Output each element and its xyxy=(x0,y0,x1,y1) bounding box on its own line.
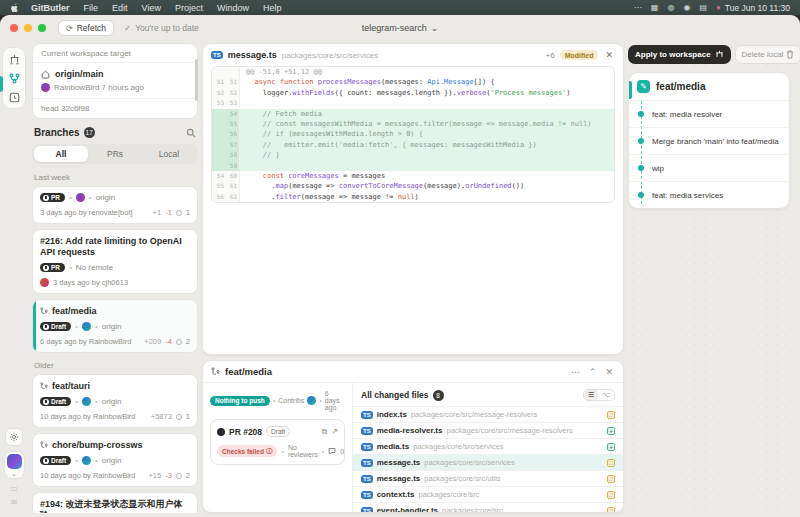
titlebar: ⟳ Refetch ✓ You're up to date telegram-s… xyxy=(0,15,800,41)
menu-help[interactable]: Help xyxy=(256,3,289,13)
collapse-icon[interactable]: ⌃ xyxy=(587,367,599,377)
branch-icon xyxy=(40,441,48,449)
apply-to-workspace-button[interactable]: Apply to workspace xyxy=(628,45,731,64)
commit-row[interactable]: feat: media resolver xyxy=(629,101,789,128)
workspace-rack-icon[interactable] xyxy=(5,50,23,68)
avatar xyxy=(82,456,91,465)
file-row[interactable]: TSmedia-resolver.tspackages/core/src/mes… xyxy=(353,422,623,438)
file-row[interactable]: TSmedia.tspackages/core/src/services+ xyxy=(353,438,623,454)
menu-window[interactable]: Window xyxy=(210,3,256,13)
menubar-clock[interactable]: Tue Jun 10 11:30 xyxy=(725,3,790,13)
menu-view[interactable]: View xyxy=(135,3,168,13)
code-diff[interactable]: @@ -51,6 +51,12 @@5151 async function pr… xyxy=(211,66,615,203)
copy-icon[interactable]: ⧉ xyxy=(322,427,328,437)
typescript-file-icon: TS xyxy=(361,443,373,451)
close-diff-icon[interactable]: ✕ xyxy=(603,50,615,60)
remote-label: origin xyxy=(102,397,122,406)
diff-code-row: 59 xyxy=(212,161,614,171)
menu-file[interactable]: File xyxy=(77,3,106,13)
project-selector[interactable]: telegram-search ⌄ xyxy=(362,23,439,33)
avatar-expand-icon[interactable]: ⌄ xyxy=(11,471,17,476)
file-row[interactable]: TSmessage.tspackages/core/src/services□ xyxy=(353,454,623,470)
branch-list-item[interactable]: feat/mediaDraft••origin6 days ago by Rai… xyxy=(32,299,198,353)
menu-project[interactable]: Project xyxy=(168,3,210,13)
file-row[interactable]: TSindex.tspackages/core/src/message-reso… xyxy=(353,406,623,422)
branch-list-item[interactable]: #216: Add rate limiting to OpenAI API re… xyxy=(32,229,198,294)
avatar xyxy=(82,322,91,331)
target-branch[interactable]: origin/main xyxy=(41,69,189,79)
commit-dot-icon xyxy=(638,138,644,144)
more-options-icon[interactable]: ⋯ xyxy=(569,367,582,377)
branch-meta-row: 6 days ago by RainbowBird+209-42 xyxy=(40,337,190,346)
branch-list-item[interactable]: chore/bump-crosswsDraft••origin10 days a… xyxy=(32,433,198,487)
stack-header[interactable]: ✎ feat/media xyxy=(629,73,789,101)
keyboard-shortcuts-icon[interactable]: ▭ xyxy=(10,484,18,493)
branch-list-item[interactable]: feat/tauriDraft••origin10 days ago by Ra… xyxy=(32,374,198,428)
file-row[interactable]: TSmessage.tspackages/core/src/utils□ xyxy=(353,470,623,486)
more-icon[interactable]: ⋯ xyxy=(634,3,642,12)
delete-local-button[interactable]: Delete local xyxy=(735,45,800,64)
tab-all[interactable]: All xyxy=(34,146,88,162)
code-line: // emitter.emit('media:fetch', { message… xyxy=(240,140,614,150)
modified-status-icon: □ xyxy=(607,411,615,419)
feedback-icon[interactable]: ✉ xyxy=(11,498,18,507)
menubar-app-name[interactable]: GitButler xyxy=(24,3,77,13)
pr-card[interactable]: PR #208 Draft ⧉ ↗ Checks failed ⓘ xyxy=(210,419,345,465)
menu-edit[interactable]: Edit xyxy=(105,3,135,13)
record-icon[interactable]: ◉ xyxy=(683,3,690,12)
tab-local[interactable]: Local xyxy=(142,146,196,162)
sidebar-scrollbar[interactable] xyxy=(195,59,198,101)
target-last-commit: RainbowBird 7 hours ago xyxy=(41,83,189,92)
refetch-button[interactable]: ⟳ Refetch xyxy=(58,20,114,36)
branches-nav-icon[interactable] xyxy=(5,69,23,87)
file-path: packages/core/src/services xyxy=(413,442,603,451)
avatar xyxy=(40,278,49,287)
tab-prs[interactable]: PRs xyxy=(88,146,142,162)
branch-list-item[interactable]: PR••origin3 days ago by renovate[bot]+1-… xyxy=(32,186,198,224)
gutter-old xyxy=(212,119,226,129)
file-name: message.ts xyxy=(377,458,421,467)
settings-gear-icon[interactable] xyxy=(5,428,23,446)
file-diff-panel: TS message.ts packages/core/src/services… xyxy=(202,43,624,355)
gutter-new: 51 xyxy=(226,77,240,87)
history-clock-icon[interactable] xyxy=(5,88,23,106)
search-icon[interactable] xyxy=(186,128,196,138)
modified-status-icon: □ xyxy=(607,475,615,483)
stack-icon[interactable]: ▤ xyxy=(699,3,707,12)
branch-meta-row: 10 days ago by RainbowBird+58731 xyxy=(40,412,190,421)
close-panel-icon[interactable]: ✕ xyxy=(603,367,615,377)
commit-count-icon xyxy=(176,473,182,479)
shapes-icon[interactable]: ◍ xyxy=(667,3,674,12)
commit-row[interactable]: feat: media services xyxy=(629,182,789,208)
commit-row[interactable]: Merge branch 'main' into feat/media xyxy=(629,128,789,155)
checks-failed-badge: Checks failed ⓘ xyxy=(217,445,277,457)
diff-code-row: 5353 xyxy=(212,98,614,108)
branch-meta-row: 3 days ago by renovate[bot]+1-11 xyxy=(40,208,190,217)
rail-nav-group xyxy=(2,47,26,109)
file-path: packages/core/src xyxy=(442,506,603,513)
file-row[interactable]: TScontext.tspackages/core/src□ xyxy=(353,486,623,502)
status-dot-icon[interactable]: ● xyxy=(716,3,721,12)
close-window-button[interactable] xyxy=(10,24,18,32)
code-line: // } xyxy=(240,150,614,160)
chevron-down-icon: ⌄ xyxy=(431,23,439,33)
minimize-window-button[interactable] xyxy=(24,24,32,32)
file-row[interactable]: TSevent-handler.tspackages/core/src□ xyxy=(353,502,623,513)
list-view-icon[interactable]: ☰ xyxy=(584,390,598,400)
user-avatar[interactable] xyxy=(7,454,22,469)
apple-menu-icon[interactable] xyxy=(10,2,24,13)
window-icon[interactable]: ▦ xyxy=(651,3,659,12)
open-external-icon[interactable]: ↗ xyxy=(331,427,338,436)
branch-list-item[interactable]: #194: 改进未登录状态显示和用户体验PR•No remote14 days … xyxy=(32,492,198,513)
target-head-sha[interactable]: head 32c6f98 xyxy=(41,104,189,113)
modified-status-icon: □ xyxy=(607,459,615,467)
commit-count: 1 xyxy=(186,208,190,217)
gutter-new: 55 xyxy=(226,119,240,129)
zoom-window-button[interactable] xyxy=(38,24,46,32)
commit-row[interactable]: wip xyxy=(629,155,789,182)
branch-meta-text: 10 days ago by RainbowBird xyxy=(40,412,135,421)
comment-icon xyxy=(328,447,336,455)
tree-view-icon[interactable]: ⌥ xyxy=(598,390,614,400)
pr-number[interactable]: PR #208 xyxy=(229,427,262,437)
gutter-new: 56 xyxy=(226,129,240,139)
